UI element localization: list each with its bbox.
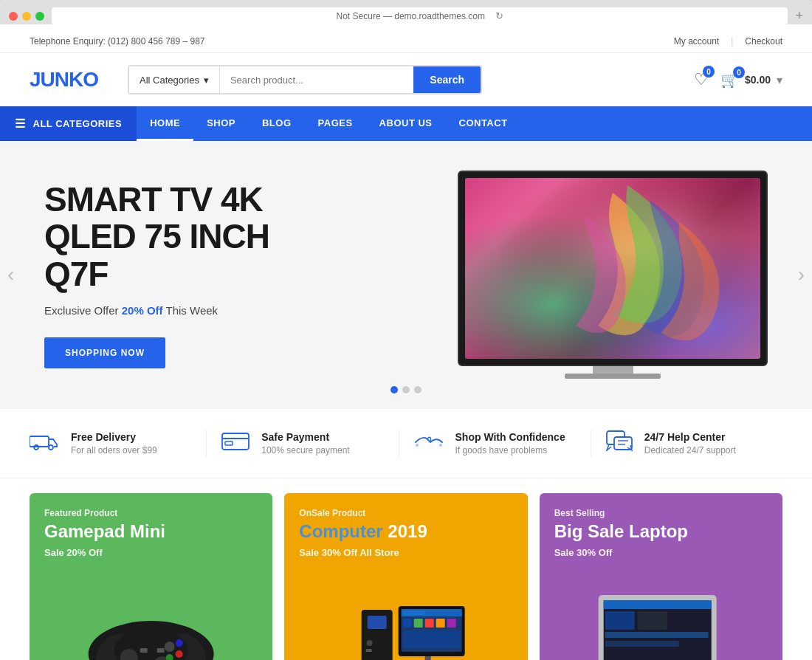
feature-confidence-title: Shop With Confidence — [455, 431, 565, 443]
feature-support-desc: Dedicated 24/7 support — [644, 445, 736, 456]
search-bar: All Categories ▾ Search — [128, 65, 482, 94]
checkout-link[interactable]: Checkout — [745, 36, 782, 47]
address-bar[interactable]: Not Secure — demo.roadthemes.com ↻ — [52, 7, 788, 24]
nav-links: HOME SHOP BLOG PAGES ABOUT US CONTACT — [137, 107, 520, 141]
hero-slider: ‹ SMART TV 4K QLED 75 INCH Q7F Exclusive… — [0, 141, 812, 408]
svg-rect-47 — [605, 611, 634, 630]
minimize-dot[interactable] — [22, 12, 31, 21]
slider-dot-1[interactable] — [390, 386, 398, 393]
phone-number: Telephone Enquiry: (012) 800 456 789 – 9… — [30, 36, 205, 47]
nav-link-shop[interactable]: SHOP — [193, 107, 249, 141]
product-laptop-label: Best Selling — [554, 508, 768, 518]
product-computer-image — [284, 573, 527, 660]
close-dot[interactable] — [9, 12, 18, 21]
svg-rect-40 — [447, 619, 456, 628]
product-card-gamepad[interactable]: Featured Product Gamepad Mini Sale 20% O… — [30, 493, 272, 660]
svg-rect-12 — [614, 437, 632, 450]
my-account-link[interactable]: My account — [674, 36, 719, 47]
hero-subtitle-suffix: This Week — [166, 304, 219, 317]
product-gamepad-name: Gamepad Mini — [44, 521, 258, 543]
feature-confidence: Shop With Confidence If goods have probl… — [399, 430, 591, 457]
svg-point-4 — [34, 445, 38, 450]
svg-rect-41 — [403, 630, 461, 648]
product-laptop-sale: Sale 30% Off — [554, 547, 768, 558]
svg-point-9 — [416, 444, 419, 447]
chevron-down-icon: ▾ — [204, 75, 209, 86]
product-cards: Featured Product Gamepad Mini Sale 20% O… — [0, 478, 812, 660]
nav-link-pages[interactable]: PAGES — [305, 107, 366, 141]
slider-prev-button[interactable]: ‹ — [7, 263, 14, 286]
svg-rect-50 — [605, 641, 678, 647]
product-computer-label: OnSale Product — [299, 508, 512, 518]
svg-point-23 — [176, 650, 183, 658]
url-text: Not Secure — demo.roadthemes.com — [337, 11, 485, 21]
svg-rect-3 — [30, 436, 49, 447]
hero-title: SMART TV 4K QLED 75 INCH Q7F — [44, 181, 325, 293]
hero-subtitle: Exclusive Offer 20% Off This Week — [44, 304, 325, 317]
svg-rect-8 — [225, 441, 233, 445]
product-gamepad-sale: Sale 20% Off — [44, 547, 258, 558]
topbar: Telephone Enquiry: (012) 800 456 789 – 9… — [0, 30, 812, 53]
reload-icon[interactable]: ↻ — [495, 10, 503, 21]
search-input[interactable] — [220, 67, 413, 93]
new-tab-button[interactable]: + — [795, 8, 803, 24]
category-dropdown[interactable]: All Categories ▾ — [129, 67, 220, 93]
product-card-computer-content: OnSale Product Computer 2019 Sale 30% Of… — [284, 493, 527, 573]
site-logo[interactable]: JUNKO — [30, 68, 98, 92]
hero-offer-text: 20% Off — [122, 304, 163, 317]
svg-point-24 — [176, 639, 183, 647]
feature-delivery: Free Delivery For all oders over $99 — [30, 430, 207, 457]
cart-chevron-icon: ▾ — [777, 73, 782, 87]
feature-confidence-text: Shop With Confidence If goods have probl… — [455, 431, 565, 456]
hero-title-line1: SMART TV 4K — [44, 180, 263, 219]
feature-support: 24/7 Help Center Dedicated 24/7 support — [591, 430, 782, 457]
slider-dots — [390, 386, 422, 393]
header-actions: ♡ 0 🛒 0 $0.00 ▾ — [694, 70, 782, 89]
cart-icon-wrap: 🛒 0 — [720, 71, 739, 89]
product-computer-name: Computer 2019 — [299, 521, 512, 543]
laptop-svg — [540, 573, 782, 660]
hero-content: SMART TV 4K QLED 75 INCH Q7F Exclusive O… — [44, 181, 325, 369]
delivery-icon — [30, 430, 59, 457]
product-computer-sale: Sale 30% Off All Store — [299, 547, 512, 558]
all-categories-button[interactable]: ☰ ALL CATEGORIES — [0, 106, 137, 141]
topbar-separator: | — [731, 36, 733, 47]
handshake-icon — [414, 430, 444, 457]
feature-delivery-title: Free Delivery — [71, 431, 157, 443]
feature-delivery-desc: For all oders over $99 — [71, 445, 157, 456]
svg-rect-49 — [605, 632, 708, 638]
svg-point-22 — [165, 642, 175, 652]
wishlist-button[interactable]: ♡ 0 — [694, 70, 709, 89]
search-button[interactable]: Search — [413, 66, 481, 93]
product-card-computer[interactable]: OnSale Product Computer 2019 Sale 30% Of… — [284, 493, 527, 660]
slider-next-button[interactable]: › — [798, 263, 805, 286]
tv-base — [565, 374, 661, 379]
feature-support-title: 24/7 Help Center — [644, 431, 736, 443]
website-content: Telephone Enquiry: (012) 800 456 789 – 9… — [0, 30, 812, 660]
browser-dots — [9, 12, 44, 21]
hero-subtitle-prefix: Exclusive Offer — [44, 304, 119, 317]
gamepad-svg — [30, 573, 272, 660]
hero-cta-button[interactable]: SHOPPING NOW — [44, 337, 165, 368]
product-card-gamepad-content: Featured Product Gamepad Mini Sale 20% O… — [30, 493, 272, 573]
svg-rect-46 — [603, 600, 711, 609]
nav-link-contact[interactable]: CONTACT — [446, 107, 521, 141]
feature-payment: Safe Payment 100% secure payment — [207, 430, 399, 457]
product-card-laptop[interactable]: Best Selling Big Sale Laptop Sale 30% Of… — [540, 493, 782, 660]
cart-button[interactable]: 🛒 0 $0.00 ▾ — [720, 71, 782, 89]
topbar-right: My account | Checkout — [674, 36, 782, 47]
nav-link-home[interactable]: HOME — [137, 107, 193, 141]
svg-rect-29 — [368, 616, 387, 629]
wishlist-badge: 0 — [703, 66, 715, 78]
slider-dot-3[interactable] — [414, 386, 422, 393]
product-laptop-image — [540, 573, 782, 660]
svg-rect-45 — [603, 600, 711, 660]
product-laptop-name: Big Sale Laptop — [554, 521, 768, 543]
nav-link-about[interactable]: ABOUT US — [366, 107, 446, 141]
slider-dot-2[interactable] — [402, 386, 410, 393]
maximize-dot[interactable] — [35, 12, 44, 21]
nav-link-blog[interactable]: BLOG — [249, 107, 305, 141]
hero-title-line2: QLED 75 INCH Q7F — [44, 217, 269, 293]
main-nav: ☰ ALL CATEGORIES HOME SHOP BLOG PAGES AB… — [0, 106, 812, 141]
feature-support-text: 24/7 Help Center Dedicated 24/7 support — [644, 431, 736, 456]
